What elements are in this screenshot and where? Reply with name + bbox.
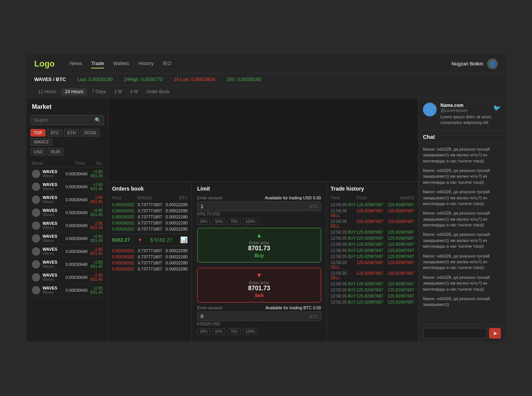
buy-25pct[interactable]: 25% [197,218,210,225]
search-input[interactable] [34,118,95,123]
buy-box[interactable]: ▲ Enter price 8701.73 Buy [197,228,321,262]
asset-info: WAVES Waves [43,260,65,269]
middle-panel: Orders book Price WAVES BTC 0.00030202 0… [108,98,418,342]
market-title: Market [30,103,104,110]
list-item[interactable]: WAVES Waves 0.00030640 -2.85B31.45 [30,193,104,206]
list-item[interactable]: WAVES Waves 0.00030640 +2.85B31.45 [30,258,104,271]
th-time-cell: 12:56:35 BUY [331,254,356,259]
table-row: 12:56:35 BUY 125.82987687 125.82987687 [331,299,414,305]
list-item[interactable]: WAVES Waves 0.00030640 +2.85B31.45 [30,284,104,297]
asset-symbol: WAVES [43,221,65,226]
sell-amount-input[interactable] [201,313,309,319]
sell-25pct[interactable]: 25% [197,328,210,335]
sell-100pct[interactable]: 100% [243,328,258,335]
ob-price-cell: 0.00030202 [112,215,137,219]
asset-change: -2.85B31.45 [88,221,103,230]
ob-btc-cell-sell: 0.00022280 [163,248,188,253]
nav-ieo[interactable]: IEO [163,59,171,68]
ob-waves-cell: 0.737771807 [137,202,162,207]
table-row[interactable]: 0.00030202 0.737771807 0.00022280 [112,214,188,220]
table-row[interactable]: 0.00030202 0.737771807 0.00022280 [112,260,188,266]
table-row[interactable]: 0.00030202 0.737771807 0.00022280 [112,266,188,272]
buy-50pct[interactable]: 50% [212,218,225,225]
table-row[interactable]: 0.00030202 0.737771807 0.00022280 [112,208,188,214]
asset-symbol: WAVES [43,234,65,239]
table-row[interactable]: 0.00030202 0.737771807 0.00022280 [112,254,188,260]
list-item[interactable]: WAVES Waves 0.00030640 +2.85B31.45 [30,180,104,193]
sell-action-button[interactable]: Sell [255,293,263,298]
th-time-cell: 12:56:35 BUY [331,294,356,298]
th-type-cell: BUY [348,300,356,304]
asset-info: WAVES Waves [43,273,65,281]
sell-75pct[interactable]: 75% [228,328,241,335]
th-time-cell: 12:56:35 BUY [331,300,356,304]
filter-eth[interactable]: ETH [64,129,79,137]
filter-doge[interactable]: DOGE [81,129,100,137]
time-filter-bar: 12 Hours 24 Hours 7 Days 1 M 6 M Order B… [27,86,505,98]
filter-usd[interactable]: USD [30,148,46,156]
nav-news[interactable]: News [70,59,82,68]
nav-wallets[interactable]: Wallets [113,59,129,68]
nav-trade[interactable]: Trade [91,59,104,68]
filter-btc[interactable]: BTC [47,129,62,137]
bottom-panels: Orders book Price WAVES BTC 0.00030202 0… [108,182,418,342]
chat-send-button[interactable]: ➤ [489,328,501,339]
table-row[interactable]: 0.00030202 0.737771807 0.00022280 [112,248,188,254]
ob-rows-sell: 0.00030202 0.737771807 0.00022280 0.0003… [112,248,188,272]
asset-price: 0.00030640 [65,262,87,267]
filter-7d[interactable]: 7 Days [88,88,109,95]
filter-6m[interactable]: 6 M [127,88,142,95]
buy-arrow-up-icon: ▲ [256,232,262,239]
chat-input[interactable] [423,328,487,339]
twitter-icon[interactable]: 🐦 [493,104,501,111]
sell-amount-input-row[interactable]: BTC [197,312,321,321]
table-row: 12:56:35 BUY 125.82987687 125.82987687 [331,281,414,287]
chat-msg-name: Name: edii228, [423,296,452,301]
sell-50pct[interactable]: 50% [212,328,225,335]
asset-sub: Waves [43,174,65,178]
ob-column-headers: Price WAVES BTC [112,196,188,200]
list-item[interactable]: WAVES Waves 0.00030640 -2.85B31.45 [30,271,104,284]
asset-price: 0.00030640 [65,223,87,228]
filter-24h[interactable]: 24 Hours [61,88,87,95]
filter-top[interactable]: TOP [30,129,46,137]
ob-waves-cell-sell: 0.737771807 [137,254,162,259]
filter-1m[interactable]: 1 M [111,88,126,95]
available-trading-label: Available for trading USD 0.00 [265,196,321,200]
search-box: 🔍 [30,115,104,125]
nav-right: Nugzari Belkin 👤 [451,59,498,69]
social-avatar [423,103,437,116]
filter-12h[interactable]: 12 Hours [34,88,60,95]
list-item: Name: edii228, да реально пускай закидыв… [423,189,501,207]
buy-100pct[interactable]: 100% [243,218,258,225]
th-type-cell: BUY [348,230,356,234]
table-row[interactable]: 0.00030202 0.737771807 0.00022280 [112,202,188,208]
filter-waves[interactable]: WAVES [30,138,52,146]
ob-price-cell-sell: 0.00030202 [112,248,137,253]
buy-action-button[interactable]: Buy [255,253,264,258]
ob-chart-icon: 📊 [180,236,188,243]
list-item[interactable]: WAVES Waves 0.00030640 +2.85B31.45 [30,167,104,180]
buy-amount-input-row[interactable]: BTC [197,202,321,211]
asset-change: -2.85B31.45 [88,247,103,256]
filter-rur[interactable]: RUR [48,148,63,156]
asset-price: 0.00030640 [65,210,87,215]
table-row[interactable]: 0.00030202 0.737771807 0.00022280 [112,226,188,232]
chart-area[interactable] [108,98,418,182]
filter-orderbook[interactable]: Order Book [142,88,173,95]
avatar[interactable]: 👤 [487,59,498,69]
buy-75pct[interactable]: 75% [228,218,241,225]
table-row[interactable]: 0.00030202 0.737771807 0.00022280 [112,220,188,226]
buy-amount-input[interactable] [201,204,309,209]
nav-history[interactable]: History [138,59,154,68]
list-item[interactable]: WAVES Waves 0.00030640 +2.85B31.45 [30,232,104,245]
table-row: 12:56:35 SELL 125.82987687 125.82987687 [331,270,414,281]
th-rows: 12:56:35 BUY 125.82987687 125.82987687 1… [331,202,414,305]
th-price-cell: 125.82987687 [356,254,383,259]
list-item[interactable]: WAVES Waves 0.00030640 +2.85B31.45 [30,206,104,219]
list-item[interactable]: WAVES Waves 0.00030640 -2.85B31.45 [30,245,104,258]
sell-box[interactable]: ▼ Enter price 8701.73 Sell [197,268,321,302]
asset-sub: Waves [43,290,65,294]
list-item[interactable]: WAVES Waves 0.00030640 -2.85B31.45 [30,219,104,232]
asset-info: WAVES Waves [43,195,65,204]
